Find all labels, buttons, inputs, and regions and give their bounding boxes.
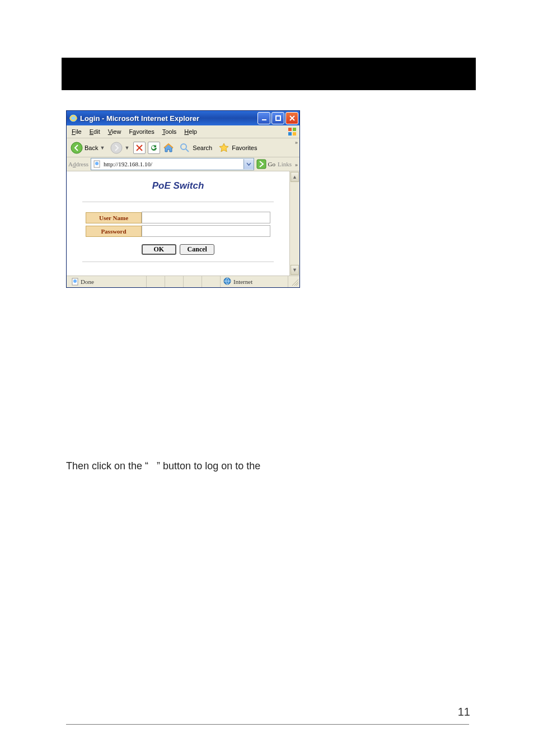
page-number: 11 — [458, 706, 470, 718]
scroll-down-icon[interactable]: ▼ — [291, 265, 299, 275]
page-heading: PoE Switch — [69, 180, 287, 192]
refresh-button[interactable] — [148, 142, 160, 154]
go-label: Go — [268, 161, 275, 167]
addressbar-overflow-icon[interactable]: » — [295, 161, 298, 167]
password-input[interactable] — [142, 225, 270, 237]
menu-help[interactable]: Help — [180, 127, 201, 136]
back-dropdown-icon[interactable]: ▼ — [100, 145, 105, 151]
footer-rule — [66, 724, 469, 725]
close-button[interactable] — [285, 112, 298, 124]
back-label: Back — [85, 144, 98, 151]
ie-app-icon — [69, 114, 78, 123]
username-label: User Name — [86, 212, 142, 223]
svg-rect-6 — [293, 132, 296, 136]
links-label[interactable]: Links — [278, 161, 292, 167]
toolbar-overflow-icon[interactable]: » — [295, 139, 298, 145]
address-combo[interactable]: http://192.168.1.10/ — [91, 158, 254, 170]
svg-point-9 — [181, 144, 186, 150]
page-icon — [92, 160, 101, 169]
status-zone: Internet — [233, 278, 252, 285]
cancel-button[interactable]: Cancel — [180, 244, 214, 255]
login-form: User Name Password OK Cancel — [82, 202, 274, 262]
windows-flag-icon — [287, 127, 297, 137]
titlebar: Login - Microsoft Internet Explorer — [67, 111, 299, 125]
window-title: Login - Microsoft Internet Explorer — [80, 114, 255, 123]
forward-button[interactable]: ▼ — [109, 141, 131, 155]
favorites-label: Favorites — [232, 144, 257, 151]
address-dropdown-icon[interactable] — [243, 159, 254, 169]
svg-point-11 — [95, 162, 99, 165]
sentence-part-b: ” button to log on to the — [157, 459, 260, 473]
svg-point-8 — [111, 142, 122, 153]
status-bar: Done Internet — [67, 276, 299, 287]
forward-dropdown-icon[interactable]: ▼ — [124, 145, 129, 151]
menu-edit[interactable]: Edit — [86, 127, 104, 136]
back-icon — [71, 142, 83, 154]
status-page-icon — [71, 277, 79, 286]
svg-point-7 — [71, 142, 82, 153]
go-button[interactable]: Go — [256, 159, 275, 169]
minimize-button[interactable] — [257, 112, 270, 124]
scroll-up-icon[interactable]: ▲ — [291, 172, 299, 182]
menu-tools[interactable]: Tools — [158, 127, 181, 136]
address-bar: Address http://192.168.1.10/ Go Links » — [67, 157, 299, 171]
menubar: File Edit View Favorites Tools Help — [67, 125, 299, 138]
vertical-scrollbar[interactable]: ▲ ▼ — [289, 171, 299, 276]
ie-window: Login - Microsoft Internet Explorer File… — [66, 110, 300, 288]
favorites-icon — [218, 142, 230, 154]
chapter-header-band — [62, 58, 476, 90]
maximize-button[interactable] — [271, 112, 284, 124]
document-body-text: Then click on the “ ” button to log on t… — [66, 459, 469, 473]
sentence-part-a: Then click on the “ — [66, 459, 148, 473]
globe-icon — [223, 277, 231, 286]
toolbar: Back ▼ ▼ Search — [67, 138, 299, 157]
svg-point-14 — [73, 279, 77, 283]
back-button[interactable]: Back ▼ — [69, 141, 106, 155]
svg-rect-3 — [288, 128, 292, 131]
home-button[interactable] — [162, 142, 175, 154]
search-label: Search — [193, 144, 212, 151]
search-icon — [179, 142, 191, 154]
stop-button[interactable] — [133, 142, 146, 154]
address-url: http://192.168.1.10/ — [102, 161, 243, 167]
ok-button[interactable]: OK — [142, 244, 176, 255]
search-button[interactable]: Search — [177, 141, 214, 155]
svg-rect-1 — [262, 119, 266, 120]
favorites-button[interactable]: Favorites — [216, 141, 259, 155]
svg-rect-5 — [288, 132, 292, 136]
address-label: Address — [68, 161, 88, 167]
resize-grip[interactable] — [291, 278, 298, 286]
menu-favorites[interactable]: Favorites — [125, 127, 158, 136]
forward-icon — [110, 142, 123, 154]
password-label: Password — [86, 226, 142, 237]
svg-rect-2 — [276, 116, 280, 120]
svg-rect-4 — [293, 128, 296, 131]
menu-view[interactable]: View — [104, 127, 125, 136]
menu-file[interactable]: File — [68, 127, 86, 136]
svg-rect-12 — [257, 160, 266, 169]
status-done: Done — [81, 278, 94, 285]
page-content: PoE Switch User Name Password OK Cancel — [67, 171, 289, 276]
username-input[interactable] — [142, 212, 270, 223]
